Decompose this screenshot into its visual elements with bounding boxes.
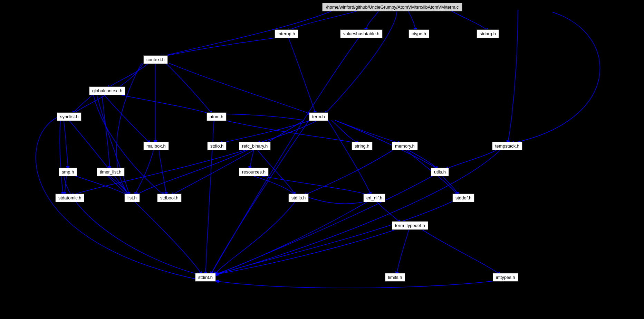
- node-stdio-h[interactable]: stdio.h: [207, 142, 227, 150]
- node-context-h[interactable]: context.h: [143, 55, 168, 64]
- node-utils-h[interactable]: utils.h: [431, 168, 449, 176]
- node-memory-h[interactable]: memory.h: [392, 142, 418, 150]
- node-synclist-h[interactable]: synclist.h: [57, 112, 81, 121]
- node-list-h[interactable]: list.h: [124, 194, 140, 202]
- node-limits-h[interactable]: limits.h: [385, 273, 405, 282]
- node-stdarg-h[interactable]: stdarg.h: [477, 29, 499, 38]
- node-inttypes-h[interactable]: inttypes.h: [493, 273, 518, 282]
- node-term-h[interactable]: term.h: [309, 112, 328, 121]
- node-stdatomic-h[interactable]: stdatomic.h: [55, 194, 84, 202]
- node-tempstack-h[interactable]: tempstack.h: [492, 142, 522, 150]
- node-stdint-h[interactable]: stdint.h: [195, 273, 216, 282]
- node-refc-binary-h[interactable]: refc_binary.h: [239, 142, 271, 150]
- node-globalcontext-h[interactable]: globalcontext.h: [89, 86, 125, 95]
- node-stdbool-h[interactable]: stdbool.h: [157, 194, 182, 202]
- node-interop-h[interactable]: interop.h: [275, 29, 298, 38]
- file-title: /home/winford/github/UncleGrumpy/AtomVM/…: [322, 3, 462, 11]
- node-erl-nif-h[interactable]: erl_nif.h: [363, 194, 385, 202]
- node-string-h[interactable]: string.h: [352, 142, 373, 150]
- node-ctype-h[interactable]: ctype.h: [408, 29, 429, 38]
- node-term-typedef-h[interactable]: term_typedef.h: [392, 221, 428, 230]
- node-stdlib-h[interactable]: stdlib.h: [288, 194, 309, 202]
- node-resources-h[interactable]: resources.h: [239, 168, 269, 176]
- node-mailbox-h[interactable]: mailbox.h: [143, 142, 169, 150]
- node-stddef-h[interactable]: stddef.h: [452, 194, 474, 202]
- node-timer-list-h[interactable]: timer_list.h: [97, 168, 125, 176]
- node-atom-h[interactable]: atom.h: [206, 112, 227, 121]
- node-valueshashtable-h[interactable]: valueshashtable.h: [340, 29, 383, 38]
- node-smp-h[interactable]: smp.h: [59, 168, 77, 176]
